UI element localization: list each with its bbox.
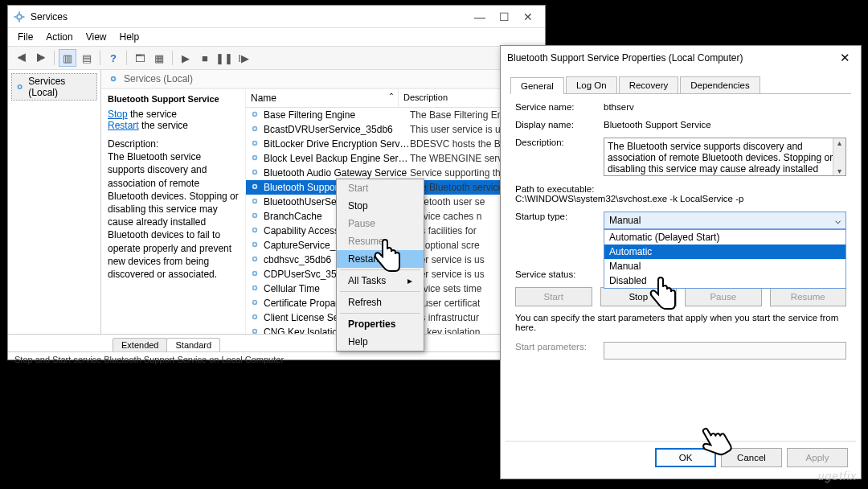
ctx-refresh[interactable]: Refresh [337, 294, 424, 311]
gear-icon [249, 210, 260, 224]
startup-option[interactable]: Automatic [604, 244, 845, 259]
minimize-button[interactable]: — [468, 8, 492, 26]
gear-icon [249, 311, 260, 325]
svg-point-15 [253, 228, 257, 232]
menu-action[interactable]: Action [39, 30, 79, 44]
restart-service-icon[interactable]: I▶ [235, 49, 252, 67]
gear-icon [249, 326, 260, 335]
tree-root-node[interactable]: Services (Local) [11, 73, 97, 101]
statusbar: Stop and Start service Bluetooth Support… [8, 351, 545, 369]
apply-button[interactable]: Apply [787, 448, 848, 467]
value-path: C:\WINDOWS\system32\svchost.exe -k Local… [515, 194, 743, 203]
svg-point-5 [18, 85, 21, 88]
value-display-name: Bluetooth Support Service [604, 120, 846, 129]
detail-heading: Bluetooth Support Service [108, 94, 239, 104]
startup-type-select[interactable]: Manual [604, 212, 846, 229]
scroll-down-icon: ▾ [833, 166, 845, 175]
label-description: Description: [515, 138, 604, 147]
export-icon[interactable]: 🗔 [131, 49, 149, 67]
startup-option[interactable]: Automatic (Delayed Start) [604, 230, 845, 244]
menu-view[interactable]: View [80, 30, 113, 44]
start-service-icon[interactable]: ▶ [177, 49, 194, 67]
show-hide-icon[interactable]: ▤ [78, 49, 96, 67]
label-start-parameters: Start parameters: [515, 342, 604, 351]
gear-icon [249, 297, 260, 310]
ctx-resume: Resume [337, 232, 424, 250]
gear-icon [14, 81, 25, 92]
gear-icon [249, 123, 260, 137]
gear-icon [249, 253, 260, 267]
start-button[interactable]: Start [515, 287, 592, 306]
toggle-tree-icon[interactable]: ▥ [59, 49, 76, 67]
ctx-help[interactable]: Help [337, 333, 424, 351]
label-service-name: Service name: [515, 102, 604, 112]
services-window: Services — ☐ ✕ File Action View Help ⯇ ⯈… [7, 5, 546, 360]
label-path: Path to executable: [515, 184, 594, 194]
tab-general[interactable]: General [510, 77, 564, 94]
gear-icon [249, 152, 260, 166]
stop-service-icon[interactable]: ■ [196, 49, 214, 67]
note-text: You can specify the start parameters tha… [515, 313, 846, 332]
startup-option[interactable]: Disabled [604, 273, 845, 288]
gear-icon [249, 166, 260, 180]
stop-button[interactable]: Stop [600, 287, 678, 306]
svg-point-9 [253, 141, 257, 145]
tab-recovery[interactable]: Recovery [619, 76, 679, 93]
cancel-button[interactable]: Cancel [721, 448, 782, 467]
desc-text: The Bluetooth service supports discovery… [108, 150, 239, 281]
svg-point-20 [253, 300, 257, 304]
tree-pane: Services (Local) [8, 70, 101, 334]
ctx-stop[interactable]: Stop [337, 197, 424, 215]
back-icon[interactable]: ⯇ [13, 49, 31, 67]
ok-button[interactable]: OK [655, 448, 716, 467]
ctx-properties[interactable]: Properties [337, 315, 424, 333]
context-menu: StartStopPauseResumeRestartAll TasksRefr… [336, 179, 424, 351]
tab-extended[interactable]: Extended [113, 338, 167, 351]
tab-dependencies[interactable]: Dependencies [680, 76, 760, 93]
property-tabs: General Log On Recovery Dependencies [510, 76, 851, 94]
menubar: File Action View Help [8, 28, 545, 47]
tab-log-on[interactable]: Log On [566, 76, 617, 93]
tab-standard[interactable]: Standard [166, 338, 220, 351]
label-service-status: Service status: [515, 269, 604, 279]
close-button[interactable]: ✕ [516, 8, 540, 26]
column-name[interactable]: Nameˆ [246, 89, 399, 107]
pause-button[interactable]: Pause [685, 287, 762, 306]
gear-icon [249, 109, 260, 122]
tree-root-label: Services (Local) [28, 76, 94, 98]
gear-icon [249, 268, 260, 281]
gear-icon [249, 282, 260, 296]
gear-icon [249, 181, 260, 195]
resume-button[interactable]: Resume [770, 287, 847, 306]
start-parameters-input[interactable] [604, 342, 846, 360]
restart-service-link[interactable]: Restart [108, 120, 139, 131]
ctx-start: Start [337, 179, 424, 197]
menu-help[interactable]: Help [113, 30, 146, 44]
desc-label: Description: [108, 138, 239, 150]
svg-point-13 [253, 199, 257, 203]
pause-service-icon[interactable]: ❚❚ [215, 49, 233, 67]
scrollbar[interactable]: ▴▾ [833, 138, 845, 175]
panel-title: Services (Local) [124, 73, 193, 84]
stop-service-link[interactable]: Stop [108, 109, 128, 120]
ctx-restart[interactable]: Restart [337, 250, 424, 268]
label-startup-type: Startup type: [515, 212, 604, 221]
description-box[interactable]: The Bluetooth service supports discovery… [604, 138, 846, 176]
forward-icon[interactable]: ⯈ [32, 49, 50, 67]
help-icon[interactable]: ? [104, 49, 122, 67]
gear-icon [249, 239, 260, 253]
startup-option[interactable]: Manual [604, 259, 845, 273]
svg-point-16 [253, 242, 257, 246]
properties-icon[interactable]: ▦ [150, 49, 168, 67]
svg-point-18 [253, 271, 257, 275]
titlebar[interactable]: Services — ☐ ✕ [8, 6, 545, 28]
svg-point-11 [253, 170, 257, 174]
ctx-all-tasks[interactable]: All Tasks [337, 272, 424, 290]
svg-point-0 [17, 14, 22, 19]
close-icon[interactable]: ✕ [835, 48, 854, 68]
maximize-button[interactable]: ☐ [492, 8, 516, 26]
svg-point-7 [253, 112, 257, 116]
svg-point-10 [253, 155, 257, 159]
service-detail-pane: Bluetooth Support Service Stop the servi… [101, 89, 246, 334]
menu-file[interactable]: File [11, 30, 39, 44]
